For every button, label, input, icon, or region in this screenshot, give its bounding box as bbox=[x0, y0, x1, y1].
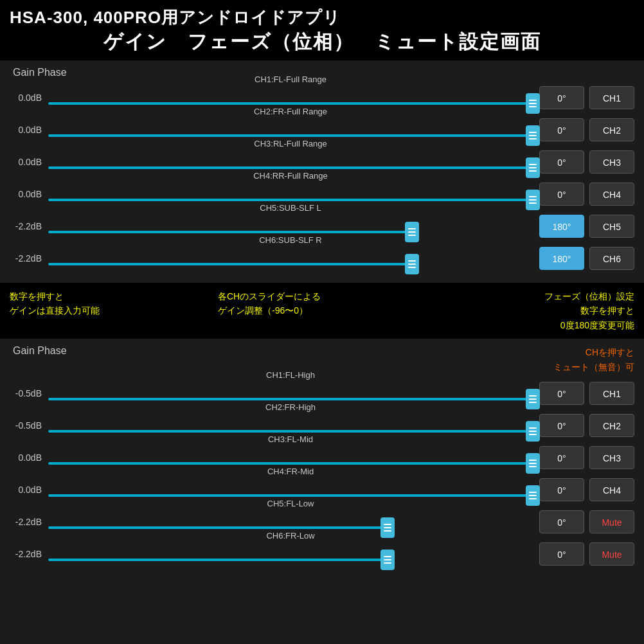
ch-btn-ch5[interactable]: CH5 bbox=[589, 215, 634, 238]
slider-track-ch2b bbox=[48, 430, 533, 433]
slider-container-ch6b: CH6:FR-Low bbox=[48, 542, 533, 566]
channel-row-ch4b: 0.0dBCH4:FR-Mid0°CH4 bbox=[10, 476, 634, 504]
slider-handle-ch3[interactable] bbox=[526, 157, 540, 178]
section1-channels: 0.0dBCH1:FL-Full Range0°CH10.0dBCH2:FR-F… bbox=[10, 84, 634, 273]
slider-handle-ch2b[interactable] bbox=[526, 421, 540, 442]
slider-track-ch6 bbox=[48, 263, 412, 265]
slider-container-ch4b: CH4:FR-Mid bbox=[48, 478, 533, 501]
channel-row-ch4: 0.0dBCH4:RR-Full Range0°CH4 bbox=[10, 180, 634, 208]
slider-track-ch1 bbox=[48, 102, 533, 105]
section1: Gain Phase 0.0dBCH1:FL-Full Range0°CH10.… bbox=[0, 60, 644, 283]
slider-label-ch5b: CH5:FL-Low bbox=[267, 499, 314, 508]
phase-btn-ch1[interactable]: 0° bbox=[539, 86, 584, 109]
gain-label-ch5b[interactable]: -2.2dB bbox=[10, 517, 48, 527]
slider-label-ch4b: CH4:FR-Mid bbox=[267, 467, 314, 476]
slider-label-ch1b: CH1:FL-High bbox=[266, 370, 315, 380]
slider-handle-ch4[interactable] bbox=[526, 190, 540, 210]
ch-btn-ch2b[interactable]: CH2 bbox=[589, 414, 634, 437]
slider-label-ch4: CH4:RR-Full Range bbox=[253, 171, 328, 181]
header-line2: ゲイン フェーズ（位相） ミュート設定画面 bbox=[10, 29, 634, 55]
gain-label-ch1b[interactable]: -0.5dB bbox=[10, 388, 48, 398]
slider-handle-ch5b[interactable] bbox=[380, 517, 395, 538]
ch-btn-ch1[interactable]: CH1 bbox=[589, 86, 634, 109]
phase-btn-ch6b[interactable]: 0° bbox=[539, 542, 584, 566]
gain-label-ch4[interactable]: 0.0dB bbox=[10, 189, 48, 199]
channel-row-ch6: -2.2dBCH6:SUB-SLF R180°CH6 bbox=[10, 244, 634, 273]
channel-row-ch1b: -0.5dBCH1:FL-High0°CH1 bbox=[10, 379, 634, 407]
section2-channels: -0.5dBCH1:FL-High0°CH1-0.5dBCH2:FR-High0… bbox=[10, 379, 634, 568]
slider-label-ch6: CH6:SUB-SLF R bbox=[259, 235, 322, 245]
slider-label-ch3: CH3:RL-Full Range bbox=[254, 139, 326, 148]
header: HSA-300, 400PRO用アンドロイドアプリ ゲイン フェーズ（位相） ミ… bbox=[0, 0, 644, 60]
info-bar: 数字を押すと ゲインは直接入力可能 各CHのスライダーによる ゲイン調整（-96… bbox=[0, 283, 644, 339]
phase-btn-ch3[interactable]: 0° bbox=[539, 150, 584, 174]
ch-btn-ch4b[interactable]: CH4 bbox=[589, 478, 634, 501]
slider-handle-ch5[interactable] bbox=[405, 222, 419, 242]
slider-container-ch2b: CH2:FR-High bbox=[48, 414, 533, 437]
header-line1: HSA-300, 400PRO用アンドロイドアプリ bbox=[10, 6, 634, 29]
slider-track-wrapper-ch6b[interactable] bbox=[48, 548, 533, 571]
phase-btn-ch4b[interactable]: 0° bbox=[539, 478, 584, 501]
phase-btn-ch5b[interactable]: 0° bbox=[539, 510, 584, 533]
slider-track-ch1b bbox=[48, 398, 533, 400]
slider-handle-ch3b[interactable] bbox=[526, 453, 540, 474]
gain-label-ch6[interactable]: -2.2dB bbox=[10, 253, 48, 264]
channel-row-ch5b: -2.2dBCH5:FL-Low0°Mute bbox=[10, 508, 634, 536]
ch-btn-ch4[interactable]: CH4 bbox=[589, 183, 634, 206]
info-col1-line1: 数字を押すと bbox=[10, 289, 218, 303]
slider-handle-ch2[interactable] bbox=[526, 125, 540, 146]
slider-track-ch2 bbox=[48, 134, 533, 137]
gain-label-ch3b[interactable]: 0.0dB bbox=[10, 452, 48, 463]
gain-label-ch4b[interactable]: 0.0dB bbox=[10, 485, 48, 495]
ch-btn-ch5b[interactable]: Mute bbox=[589, 510, 634, 533]
slider-container-ch5b: CH5:FL-Low bbox=[48, 510, 533, 533]
slider-handle-ch1[interactable] bbox=[526, 93, 540, 114]
phase-btn-ch4[interactable]: 0° bbox=[539, 183, 584, 206]
slider-container-ch2: CH2:FR-Full Range bbox=[48, 118, 533, 141]
phase-btn-ch6[interactable]: 180° bbox=[539, 247, 584, 270]
slider-label-ch2b: CH2:FR-High bbox=[265, 402, 316, 412]
section2-title: Gain Phase bbox=[10, 345, 67, 357]
ch-btn-ch6[interactable]: CH6 bbox=[589, 247, 634, 270]
slider-track-wrapper-ch6[interactable] bbox=[48, 253, 533, 276]
phase-btn-ch1b[interactable]: 0° bbox=[539, 382, 584, 405]
slider-label-ch1: CH1:FL-Full Range bbox=[255, 75, 326, 84]
phase-btn-ch2[interactable]: 0° bbox=[539, 118, 584, 141]
gain-label-ch5[interactable]: -2.2dB bbox=[10, 221, 48, 231]
slider-container-ch3b: CH3:FL-Mid bbox=[48, 446, 533, 469]
ch-btn-ch1b[interactable]: CH1 bbox=[589, 382, 634, 405]
channel-row-ch6b: -2.2dBCH6:FR-Low0°Mute bbox=[10, 540, 634, 568]
slider-handle-ch1b[interactable] bbox=[526, 389, 540, 409]
slider-label-ch2: CH2:FR-Full Range bbox=[254, 107, 327, 116]
slider-track-ch6b bbox=[48, 559, 392, 561]
slider-track-ch3b bbox=[48, 462, 533, 465]
slider-track-ch3 bbox=[48, 166, 533, 169]
section2-header: Gain Phase CHを押すと ミュート（無音）可 bbox=[10, 345, 634, 374]
ch-btn-ch3b[interactable]: CH3 bbox=[589, 446, 634, 469]
ch-btn-ch2[interactable]: CH2 bbox=[589, 118, 634, 141]
channel-row-ch3b: 0.0dBCH3:FL-Mid0°CH3 bbox=[10, 443, 634, 472]
gain-label-ch2b[interactable]: -0.5dB bbox=[10, 420, 48, 431]
gain-label-ch2[interactable]: 0.0dB bbox=[10, 125, 48, 135]
phase-btn-ch5[interactable]: 180° bbox=[539, 215, 584, 238]
slider-track-ch5b bbox=[48, 526, 392, 529]
section2: Gain Phase CHを押すと ミュート（無音）可 -0.5dBCH1:FL… bbox=[0, 339, 644, 578]
info-col1: 数字を押すと ゲインは直接入力可能 bbox=[10, 289, 218, 332]
gain-label-ch1[interactable]: 0.0dB bbox=[10, 93, 48, 103]
ch-btn-ch3[interactable]: CH3 bbox=[589, 150, 634, 174]
ch-btn-ch6b[interactable]: Mute bbox=[589, 542, 634, 566]
slider-container-ch1: CH1:FL-Full Range bbox=[48, 86, 533, 109]
info-col3: フェーズ（位相）設定 数字を押すと 0度180度変更可能 bbox=[426, 289, 634, 332]
slider-handle-ch6[interactable] bbox=[405, 254, 419, 274]
slider-label-ch3b: CH3:FL-Mid bbox=[268, 434, 313, 444]
slider-handle-ch4b[interactable] bbox=[526, 485, 540, 506]
mute-note-line1: CHを押すと bbox=[553, 345, 634, 359]
gain-label-ch3[interactable]: 0.0dB bbox=[10, 157, 48, 167]
slider-label-ch6b: CH6:FR-Low bbox=[266, 531, 314, 541]
gain-label-ch6b[interactable]: -2.2dB bbox=[10, 549, 48, 559]
phase-btn-ch3b[interactable]: 0° bbox=[539, 446, 584, 469]
slider-track-ch5 bbox=[48, 231, 412, 233]
slider-handle-ch6b[interactable] bbox=[380, 550, 395, 570]
phase-btn-ch2b[interactable]: 0° bbox=[539, 414, 584, 437]
info-col3-line2: 数字を押すと bbox=[426, 303, 634, 318]
